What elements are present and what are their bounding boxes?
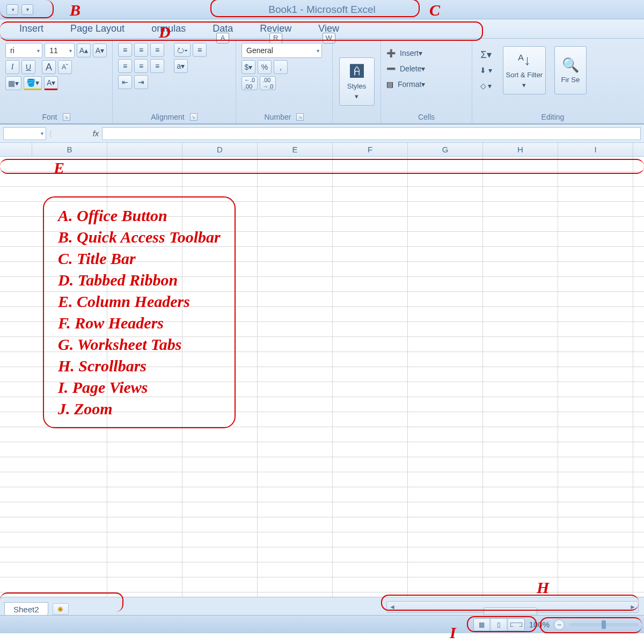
border-button[interactable]: ▦▾ — [5, 76, 21, 90]
new-sheet-button[interactable]: ✺ — [53, 603, 69, 615]
sort-filter-button[interactable]: ᴬ↓ Sort & Filter▾ — [503, 46, 546, 94]
zoom-level[interactable]: 100% — [529, 620, 550, 629]
format-cells-button[interactable]: Format ▾ — [396, 77, 427, 91]
currency-label: $ — [245, 63, 249, 71]
tab-data[interactable]: Data A — [209, 21, 236, 36]
group-alignment: ≡ ≡ ≡ ⭮▾ ≡ ≡ ≡ ≡ a▾ ⇤ ⇥ Alignment ↘ — [113, 41, 236, 123]
clear-button[interactable]: ◇ ▾ — [478, 79, 494, 93]
page-layout-view-button[interactable]: ▯ — [491, 619, 507, 631]
alignment-label: Alignment — [151, 113, 184, 121]
currency-button[interactable]: $ ▾ — [241, 60, 255, 74]
tab-formulas[interactable]: ormulas — [148, 21, 189, 36]
align-middle-button[interactable]: ≡ — [134, 43, 148, 57]
scroll-left-icon[interactable]: ◄ — [387, 603, 398, 611]
format-label: Format — [398, 80, 421, 89]
column-header[interactable]: J — [633, 143, 644, 156]
fill-color-button[interactable]: 🪣▾ — [24, 76, 42, 90]
align-left-button[interactable]: ≡ — [118, 59, 132, 73]
cells-grid[interactable]: A. Office Button B. Quick Access Toolbar… — [0, 157, 644, 597]
title-bar: ▾ Book1 - Microsoft Excel — [0, 0, 644, 19]
number-format-combo[interactable]: General — [241, 43, 322, 58]
align-center-button[interactable]: ≡ — [134, 59, 148, 73]
percent-button[interactable]: % — [258, 60, 272, 74]
delete-cells-button[interactable]: Delete ▾ — [398, 62, 427, 76]
scroll-right-icon[interactable]: ► — [627, 603, 638, 611]
status-bar: ▦ ▯ ⫍⫎ 100% − — [0, 615, 644, 633]
font-size-combo[interactable]: 11 — [45, 43, 75, 58]
legend-annotation: A. Office Button B. Quick Access Toolbar… — [43, 196, 236, 428]
column-header[interactable]: I — [558, 143, 633, 156]
decrease-indent-button[interactable]: ⇤ — [118, 75, 132, 89]
group-cells: ➕Insert ▾ ➖Delete ▾ ▤Format ▾ Cells — [381, 41, 472, 123]
find-select-button[interactable]: 🔍 Fir Se — [554, 46, 587, 94]
tab-data-label: Data — [213, 23, 233, 34]
name-box[interactable] — [3, 127, 46, 140]
sheet-tab-bar: Sheet2 ✺ ◄ ► — [0, 597, 644, 615]
formula-input[interactable] — [102, 127, 641, 140]
font-color-button[interactable]: A▾ — [44, 76, 58, 90]
column-header[interactable]: E — [258, 143, 333, 156]
tab-review[interactable]: Review R — [257, 21, 295, 36]
font-label: Font — [42, 113, 57, 121]
grow-font-button[interactable]: A▴ — [77, 43, 91, 57]
column-header[interactable]: B — [32, 143, 107, 156]
legend-item: F. Row Headers — [58, 312, 221, 334]
tab-page-layout[interactable]: Page Layout — [67, 21, 128, 36]
decrease-font-button[interactable]: A˘ — [58, 60, 72, 74]
formula-bar: ( fx — [0, 125, 644, 143]
legend-item: B. Quick Access Toolbar — [58, 226, 221, 248]
underline-button[interactable]: U — [21, 60, 35, 74]
group-styles-label — [338, 120, 375, 122]
qat-button[interactable] — [6, 4, 18, 15]
group-alignment-label: Alignment ↘ — [118, 112, 230, 122]
font-name-combo[interactable]: ri — [5, 43, 42, 58]
sort-filter-label: Sort & Filter — [506, 71, 543, 79]
merge-label: a — [177, 62, 181, 70]
decrease-decimal-button[interactable]: .00→.0 — [260, 76, 276, 90]
column-header[interactable]: F — [333, 143, 408, 156]
number-dialog-launcher[interactable]: ↘ — [296, 113, 304, 121]
column-header[interactable]: D — [182, 143, 258, 156]
page-break-view-button[interactable]: ⫍⫎ — [508, 619, 524, 631]
increase-indent-button[interactable]: ⇥ — [134, 75, 148, 89]
zoom-out-button[interactable]: − — [554, 619, 565, 630]
sheet-tab[interactable]: Sheet2 — [4, 602, 48, 616]
wrap-text-button[interactable]: ≡ — [193, 43, 207, 57]
align-top-button[interactable]: ≡ — [118, 43, 132, 57]
insert-cells-icon: ➕ — [386, 49, 396, 57]
increase-decimal-button[interactable]: ←.0.00 — [241, 76, 258, 90]
zoom-slider[interactable] — [569, 623, 639, 626]
fx-label[interactable]: fx — [93, 129, 99, 138]
legend-item: D. Tabbed Ribbon — [58, 269, 221, 291]
normal-view-button[interactable]: ▦ — [474, 619, 490, 631]
group-font-label: Font ↘ — [5, 112, 107, 122]
insert-cells-button[interactable]: Insert ▾ — [398, 46, 425, 60]
legend-item: G. Worksheet Tabs — [58, 334, 221, 355]
select-all-corner[interactable] — [0, 143, 32, 156]
alignment-dialog-launcher[interactable]: ↘ — [190, 113, 197, 121]
column-header[interactable]: G — [408, 143, 483, 156]
orientation-button[interactable]: ⭮▾ — [174, 43, 191, 57]
horizontal-scrollbar[interactable]: ◄ ► — [386, 601, 639, 613]
worksheet: B D E F G H I J A. Office Button B. Quic… — [0, 143, 644, 597]
shrink-font-button[interactable]: A▾ — [93, 43, 107, 57]
fill-button[interactable]: ⬇ ▾ — [478, 63, 494, 77]
tab-insert[interactable]: Insert — [16, 21, 47, 36]
merge-button[interactable]: a▾ — [174, 59, 188, 73]
find-icon: 🔍 — [562, 57, 579, 74]
column-header[interactable] — [107, 143, 182, 156]
italic-button[interactable]: I — [5, 60, 19, 74]
font-dialog-launcher[interactable]: ↘ — [63, 113, 70, 121]
styles-button[interactable]: 🅰 Styles ▾ — [339, 57, 375, 106]
qat-customize[interactable]: ▾ — [21, 4, 33, 15]
column-header[interactable]: H — [483, 143, 558, 156]
group-editing: Σ ▾ ⬇ ▾ ◇ ▾ ᴬ↓ Sort & Filter▾ 🔍 Fir Se E… — [472, 41, 633, 123]
increase-font-button[interactable]: A — [42, 60, 56, 74]
autosum-button[interactable]: Σ ▾ — [478, 48, 494, 62]
comma-button[interactable]: , — [274, 60, 288, 74]
align-right-button[interactable]: ≡ — [150, 59, 164, 73]
tab-view[interactable]: View W — [315, 21, 342, 36]
legend-item: E. Column Headers — [58, 291, 221, 312]
styles-label: Styles — [347, 82, 366, 90]
align-bottom-button[interactable]: ≡ — [150, 43, 164, 57]
